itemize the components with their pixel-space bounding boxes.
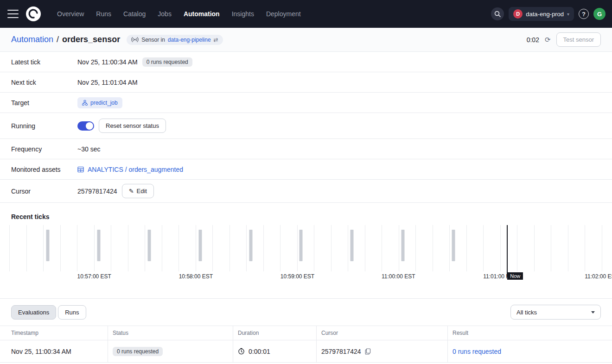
avatar[interactable]: G xyxy=(593,8,606,20)
latest-tick-status-badge: 0 runs requested xyxy=(142,57,192,67)
breadcrumb-separator: / xyxy=(57,35,59,44)
code-location-link[interactable]: data-eng-pipeline xyxy=(168,37,211,43)
row-duration: 0:00:01 xyxy=(249,348,270,355)
timeline-gridline xyxy=(483,225,484,271)
row-timestamp[interactable]: Nov 25, 11:00:34 AM xyxy=(11,348,71,355)
nav-item-catalog[interactable]: Catalog xyxy=(117,10,152,18)
target-label: Target xyxy=(11,99,77,107)
timeline-gridline xyxy=(348,225,348,271)
timeline-gridline xyxy=(382,225,382,271)
tick-bar[interactable] xyxy=(97,230,100,261)
timeline-gridline xyxy=(178,225,179,271)
cursor-row: Cursor 25797817424 ✎ Edit xyxy=(0,180,612,203)
timeline-gridline xyxy=(230,225,230,271)
nav-item-automation[interactable]: Automation xyxy=(178,10,226,18)
timeline-gridline xyxy=(263,225,264,271)
refresh-countdown: 0:02 xyxy=(527,36,539,44)
timeline-gridline xyxy=(212,225,213,271)
evaluations-toolbar: Evaluations Runs All ticks xyxy=(0,299,612,326)
row-result-link[interactable]: 0 runs requested xyxy=(453,348,501,355)
monitored-assets-row: Monitored assets ANALYTICS / orders_augm… xyxy=(0,159,612,180)
running-toggle[interactable] xyxy=(77,121,94,131)
cursor-label: Cursor xyxy=(11,188,77,195)
monitored-asset-link[interactable]: ANALYTICS / orders_augmented xyxy=(77,166,183,173)
timeline-axis-label: 10:58:00 EST xyxy=(179,273,213,280)
edit-cursor-label: Edit xyxy=(137,188,147,195)
nav-item-deployment[interactable]: Deployment xyxy=(260,10,307,18)
timeline-gridline xyxy=(449,225,450,271)
refresh-icon[interactable]: ⟳ xyxy=(545,36,551,44)
breadcrumb-automation-link[interactable]: Automation xyxy=(11,35,53,44)
timeline-gridline xyxy=(314,225,314,271)
chevron-down-icon xyxy=(591,311,595,314)
tick-bar[interactable] xyxy=(351,230,354,261)
tick-bar[interactable] xyxy=(249,230,253,261)
tick-filter-select[interactable]: All ticks xyxy=(510,305,601,320)
evaluations-table-header: Timestamp Status Duration Cursor Result xyxy=(0,326,612,340)
now-badge: Now xyxy=(507,272,523,280)
workspace-badge: D xyxy=(513,9,523,19)
tick-bar[interactable] xyxy=(452,230,455,261)
timeline-gridline xyxy=(551,225,551,271)
col-header-status: Status xyxy=(108,326,233,340)
tab-evaluations[interactable]: Evaluations xyxy=(11,305,56,320)
reload-location-icon[interactable]: ⇄ xyxy=(214,37,218,43)
search-icon[interactable] xyxy=(491,7,504,20)
timeline-gridline xyxy=(128,225,128,271)
timeline-axis-label: 10:59:00 EST xyxy=(280,273,314,280)
timeline-gridline xyxy=(145,225,145,271)
timeline-gridline xyxy=(43,225,44,271)
timeline-gridline xyxy=(568,225,568,271)
tick-bar[interactable] xyxy=(401,230,404,261)
next-tick-label: Next tick xyxy=(11,79,77,86)
dagster-logo-icon[interactable] xyxy=(25,6,42,22)
nav-item-jobs[interactable]: Jobs xyxy=(152,10,178,18)
timeline-gridline xyxy=(466,225,467,271)
col-header-timestamp: Timestamp xyxy=(0,326,108,340)
cursor-value: 25797817424 xyxy=(77,188,117,195)
copy-icon[interactable] xyxy=(365,348,371,355)
chevron-down-icon: ▾ xyxy=(567,12,569,17)
sensor-type-badge: Sensor in data-eng-pipeline ⇄ xyxy=(127,35,223,45)
tick-bar[interactable] xyxy=(148,230,151,261)
timeline-gridline xyxy=(534,225,535,271)
timeline-gridline xyxy=(196,225,196,271)
timeline-gridline xyxy=(26,225,27,271)
tick-bar[interactable] xyxy=(300,230,303,261)
tick-filter-value: All ticks xyxy=(516,309,537,316)
timeline-gridline xyxy=(331,225,332,271)
test-sensor-button[interactable]: Test sensor xyxy=(556,32,601,47)
clock-icon xyxy=(238,348,245,355)
timeline-gridline xyxy=(297,225,298,271)
edit-cursor-button[interactable]: ✎ Edit xyxy=(122,184,154,198)
target-job-link[interactable]: predict_job xyxy=(77,97,122,108)
running-label: Running xyxy=(11,122,77,130)
next-tick-value: Nov 25, 11:01:04 AM xyxy=(77,79,138,86)
timeline-gridline xyxy=(60,225,61,271)
timeline-gridline xyxy=(280,225,280,271)
help-icon[interactable]: ? xyxy=(579,9,589,19)
reset-sensor-status-button[interactable]: Reset sensor status xyxy=(99,119,166,133)
timeline-gridline xyxy=(517,225,517,271)
tick-bar[interactable] xyxy=(46,230,49,261)
latest-tick-value: Nov 25, 11:00:34 AM xyxy=(77,58,138,66)
timeline-axis-label: 11:00:00 EST xyxy=(382,273,415,280)
timeline-gridline xyxy=(77,225,77,271)
tick-timeline: 10:57:00 EST10:58:00 EST10:59:00 EST11:0… xyxy=(0,225,612,283)
nav-item-insights[interactable]: Insights xyxy=(226,10,260,18)
frequency-label: Frequency xyxy=(11,145,77,153)
timeline-gridline xyxy=(162,225,162,271)
monitored-asset-label: ANALYTICS / orders_augmented xyxy=(88,166,183,173)
tab-runs[interactable]: Runs xyxy=(58,305,86,320)
menu-icon[interactable] xyxy=(7,10,19,18)
recent-ticks-heading: Recent ticks xyxy=(0,203,612,225)
sensor-icon xyxy=(131,37,139,43)
header-actions: 0:02 ⟳ Test sensor xyxy=(527,32,601,47)
nav-item-overview[interactable]: Overview xyxy=(51,10,90,18)
workspace-selector[interactable]: D data-eng-prod ▾ xyxy=(509,7,574,21)
asset-table-icon xyxy=(77,166,84,173)
page-header: Automation / orders_sensor Sensor in dat… xyxy=(0,28,612,52)
tick-bar[interactable] xyxy=(198,230,202,261)
col-header-cursor: Cursor xyxy=(317,326,448,340)
nav-item-runs[interactable]: Runs xyxy=(90,10,117,18)
